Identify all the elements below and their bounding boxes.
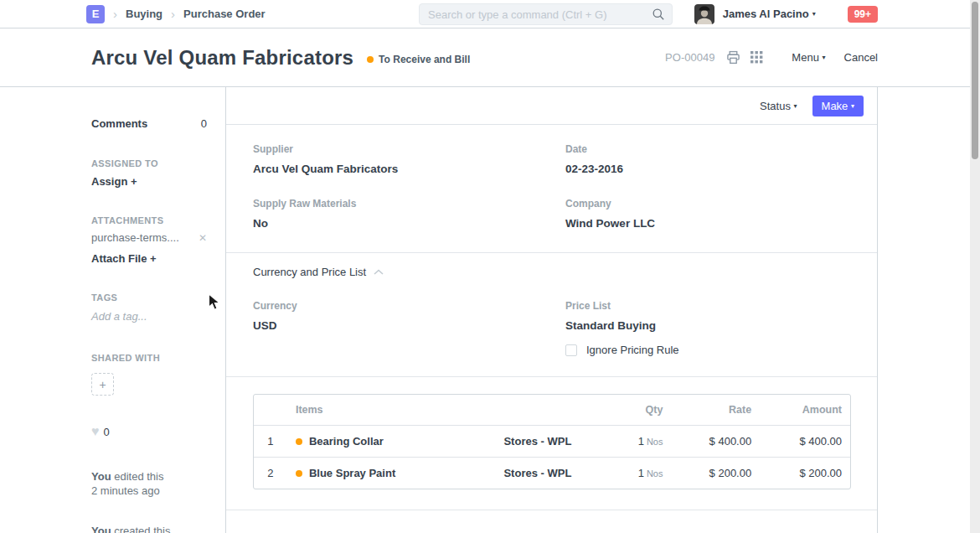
user-menu[interactable]: James Al Pacino <box>723 8 809 20</box>
comments-link[interactable]: Comments <box>91 117 147 130</box>
header-qty: Qty <box>588 395 672 425</box>
status-text: To Receive and Bill <box>379 54 470 65</box>
item-name[interactable]: Bearing Collar <box>309 435 384 448</box>
header-amount: Amount <box>760 395 850 425</box>
items-table-header: Items Qty Rate Amount <box>254 395 850 425</box>
header-idx <box>254 395 287 425</box>
form-toolbar: Status ▾ Make ▾ <box>226 87 877 125</box>
items-table: Items Qty Rate Amount 1 Bearing Collar <box>253 394 851 489</box>
items-section: Items Qty Rate Amount 1 Bearing Collar <box>253 377 850 510</box>
page-head: Arcu Vel Quam Fabricators To Receive and… <box>0 28 980 87</box>
header-warehouse <box>487 395 588 425</box>
plus-icon: + <box>131 175 137 188</box>
field-company[interactable]: Company Wind Power LLC <box>565 198 850 230</box>
assign-button[interactable]: Assign + <box>91 175 207 188</box>
app-window: E › Buying › Purchase Order James Al Pac… <box>0 0 980 533</box>
item-qty: 1Nos <box>588 457 672 489</box>
item-amount: $ 200.00 <box>760 457 850 489</box>
attach-file-button[interactable]: Attach File + <box>91 252 207 265</box>
like-icon[interactable]: ♥ <box>91 424 100 439</box>
attachment-link[interactable]: purchase-terms.... <box>91 231 179 244</box>
field-label: Currency <box>253 300 565 312</box>
make-button[interactable]: Make ▾ <box>812 96 864 116</box>
add-tag-input[interactable]: Add a tag... <box>91 310 207 323</box>
field-value[interactable]: Arcu Vel Quam Fabricators <box>253 163 565 175</box>
scrollbar-track[interactable] <box>970 0 980 533</box>
item-warehouse: Stores - WPL <box>487 457 588 489</box>
field-label: Supply Raw Materials <box>253 198 565 210</box>
plus-icon: + <box>99 378 106 391</box>
item-status-dot-icon <box>296 470 302 477</box>
field-date[interactable]: Date 02-23-2016 <box>565 143 850 175</box>
item-warehouse: Stores - WPL <box>487 425 588 457</box>
field-currency[interactable]: Currency USD <box>253 300 565 354</box>
form-body: Supplier Arcu Vel Quam Fabricators Date … <box>226 125 877 510</box>
avatar[interactable] <box>694 4 714 24</box>
comments-count: 0 <box>201 117 207 130</box>
search-icon[interactable] <box>652 8 665 21</box>
search-input[interactable] <box>428 8 652 21</box>
ignore-pricing-rule-field[interactable]: Ignore Pricing Rule <box>565 344 850 356</box>
field-value[interactable]: Wind Power LLC <box>565 217 850 230</box>
status-indicator[interactable]: To Receive and Bill <box>367 54 470 65</box>
field-label: Price List <box>565 300 850 312</box>
field-value[interactable]: Standard Buying <box>565 319 850 332</box>
app-logo[interactable]: E <box>86 5 105 23</box>
table-row[interactable]: 1 Bearing Collar Stores - WPL 1Nos $ 400… <box>254 425 850 457</box>
row-index: 2 <box>254 457 287 489</box>
activity-edited-time: 2 minutes ago <box>91 484 160 497</box>
item-rate: $ 200.00 <box>671 457 760 489</box>
section-divider <box>226 510 877 510</box>
field-value[interactable]: USD <box>253 319 565 332</box>
ignore-pricing-rule-checkbox[interactable] <box>565 344 577 356</box>
scrollbar-thumb[interactable] <box>972 2 978 159</box>
chevron-up-icon[interactable] <box>374 269 384 276</box>
activity-created: You created this 2 minutes ago <box>91 524 207 533</box>
cancel-button[interactable]: Cancel <box>844 51 878 64</box>
table-row[interactable]: 2 Blue Spray Paint Stores - WPL 1Nos $ 2… <box>254 457 850 489</box>
field-supplier[interactable]: Supplier Arcu Vel Quam Fabricators <box>253 143 565 175</box>
header-rate: Rate <box>671 395 760 425</box>
likes-count: 0 <box>104 426 110 438</box>
global-search[interactable] <box>419 3 673 25</box>
document-id: PO-00049 <box>665 51 714 64</box>
tags-label: TAGS <box>91 292 207 303</box>
row-index: 1 <box>254 425 287 457</box>
assigned-to-label: ASSIGNED TO <box>91 158 207 168</box>
chevron-down-icon: ▾ <box>794 102 797 110</box>
status-dropdown[interactable]: Status ▾ <box>760 100 797 112</box>
section-title: Currency and Price List <box>253 266 366 278</box>
menu-button[interactable]: Menu ▾ <box>792 51 825 64</box>
remove-attachment-icon[interactable]: ✕ <box>199 232 207 244</box>
item-uom: Nos <box>647 468 663 479</box>
status-dot-icon <box>367 56 374 63</box>
print-icon[interactable] <box>726 50 740 65</box>
notification-badge[interactable]: 99+ <box>848 6 878 23</box>
item-amount: $ 400.00 <box>760 425 850 457</box>
plus-icon: + <box>150 252 157 265</box>
field-label: Supplier <box>253 143 565 155</box>
item-rate: $ 400.00 <box>671 425 760 457</box>
chevron-down-icon: ▾ <box>823 54 826 61</box>
item-name[interactable]: Blue Spray Paint <box>309 467 395 479</box>
breadcrumb-chevron-icon: › <box>171 8 175 20</box>
grid-view-icon[interactable] <box>750 51 763 64</box>
item-qty: 1Nos <box>588 425 672 457</box>
activity-edited: You edited this 2 minutes ago <box>91 469 207 498</box>
chevron-down-icon: ▾ <box>812 10 816 18</box>
field-value[interactable]: No <box>253 217 565 230</box>
navbar: E › Buying › Purchase Order James Al Pac… <box>0 0 980 28</box>
form-main: Status ▾ Make ▾ Supplier Arcu Vel Quam F… <box>226 87 878 533</box>
field-supply-raw-materials[interactable]: Supply Raw Materials No <box>253 198 565 230</box>
field-price-list[interactable]: Price List Standard Buying <box>565 300 850 332</box>
breadcrumb-buying[interactable]: Buying <box>126 8 162 20</box>
header-items: Items <box>287 395 487 425</box>
breadcrumb-purchase-order[interactable]: Purchase Order <box>183 8 266 20</box>
checkbox-label: Ignore Pricing Rule <box>586 344 679 356</box>
field-value[interactable]: 02-23-2016 <box>565 163 850 175</box>
page-title: Arcu Vel Quam Fabricators <box>91 46 353 70</box>
section-currency-price-list[interactable]: Currency and Price List <box>253 253 850 278</box>
attachments-label: ATTACHMENTS <box>91 215 207 225</box>
field-label: Company <box>565 198 850 210</box>
add-share-button[interactable]: + <box>91 373 114 396</box>
